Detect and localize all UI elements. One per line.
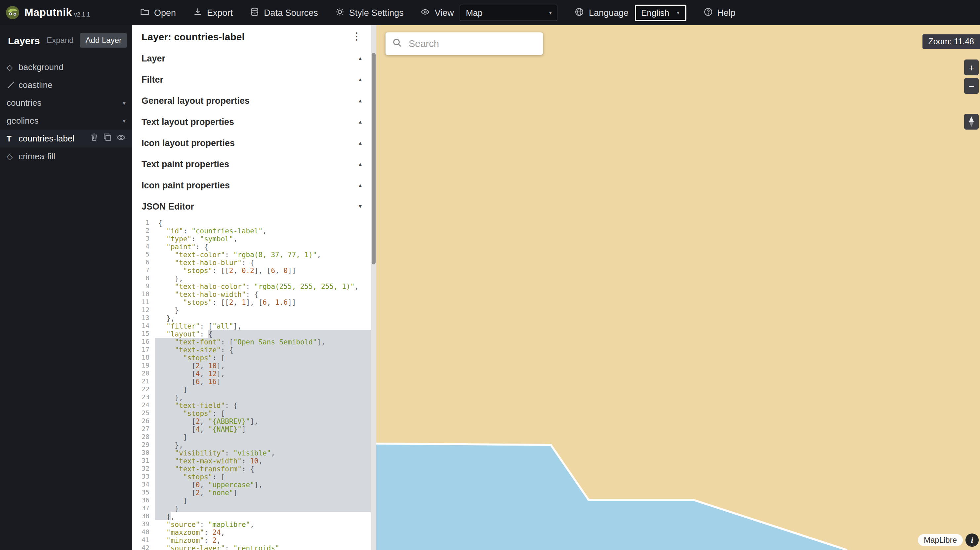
code-line[interactable]: 8 }, (132, 274, 371, 282)
code-line[interactable]: 26 [2, "{ABBREV}"], (132, 417, 371, 425)
add-layer-button[interactable]: Add Layer (80, 33, 127, 48)
layer-label: geolines (6, 116, 39, 126)
help-button[interactable]: Help (703, 7, 736, 18)
line-number: 38 (132, 512, 155, 520)
map-attribution[interactable]: MapLibre (918, 534, 963, 546)
code-line[interactable]: 34 [0, "uppercase"], (132, 481, 371, 488)
code-line[interactable]: 16 "text-font": ["Open Sans Semibold"], (132, 338, 371, 346)
code-line[interactable]: 22 ] (132, 385, 371, 393)
code-line[interactable]: 2 "id": "countries-label", (132, 227, 371, 235)
layer-item-crimea-fill[interactable]: ◇crimea-fill (0, 148, 132, 165)
code-line[interactable]: 5 "text-color": "rgba(8, 37, 77, 1)", (132, 251, 371, 259)
duplicate-layer-icon[interactable] (103, 133, 112, 144)
language-button[interactable]: Language (575, 7, 628, 18)
code-line[interactable]: 36 ] (132, 496, 371, 504)
open-button[interactable]: Open (140, 7, 176, 18)
chevron-down-icon[interactable]: ▾ (123, 100, 126, 106)
view-select[interactable]: Map ▾ (460, 4, 558, 21)
gear-icon (335, 7, 345, 18)
zoom-in-button[interactable]: + (964, 59, 979, 75)
compass-button[interactable] (964, 114, 979, 130)
code-line[interactable]: 24 "text-field": { (132, 401, 371, 409)
code-line[interactable]: 41 "minzoom": 2, (132, 536, 371, 544)
code-line[interactable]: 42 "source-layer": "centroids" (132, 544, 371, 550)
code-line[interactable]: 37 } (132, 504, 371, 512)
code-line[interactable]: 21 [6, 16] (132, 377, 371, 385)
code-line[interactable]: 40 "maxzoom": 24, (132, 528, 371, 536)
code-line[interactable]: 38 }, (132, 512, 371, 520)
eye-icon (421, 7, 430, 18)
code-line[interactable]: 10 "text-halo-width": { (132, 290, 371, 298)
code-line[interactable]: 7 "stops": [[2, 0.2], [6, 0]] (132, 266, 371, 274)
layer-item-countries[interactable]: countries▾ (0, 94, 132, 112)
attribution-info-icon[interactable]: i (966, 534, 979, 547)
code-line[interactable]: 25 "stops": [ (132, 409, 371, 417)
data-sources-button[interactable]: Data Sources (250, 7, 318, 18)
code-line[interactable]: 27 [4, "{NAME}"] (132, 425, 371, 433)
search-input[interactable] (407, 38, 536, 49)
code-line[interactable]: 9 "text-halo-color": "rgba(255, 255, 255… (132, 282, 371, 290)
code-line[interactable]: 30 "visibility": "visible", (132, 449, 371, 457)
layer-item-background[interactable]: ◇background (0, 58, 132, 76)
line-number: 33 (132, 473, 155, 481)
code-line[interactable]: 3 "type": "symbol", (132, 235, 371, 243)
layer-item-countries-label[interactable]: Tcountries-label (0, 130, 132, 148)
section-icon-paint-properties[interactable]: Icon paint properties▴ (132, 175, 371, 196)
line-number: 24 (132, 401, 155, 409)
json-editor[interactable]: 1{2 "id": "countries-label",3 "type": "s… (132, 217, 371, 550)
code-line[interactable]: 32 "text-transform": { (132, 465, 371, 473)
delete-layer-icon[interactable] (90, 133, 99, 144)
line-number: 30 (132, 449, 155, 457)
layer-item-coastline[interactable]: coastline (0, 76, 132, 94)
code-line[interactable]: 35 [2, "none"] (132, 488, 371, 496)
zoom-out-button[interactable]: − (964, 78, 979, 94)
language-select[interactable]: English ▾ (635, 4, 686, 21)
code-line[interactable]: 33 "stops": [ (132, 473, 371, 481)
code-line[interactable]: 1{ (132, 219, 371, 227)
map-canvas[interactable] (376, 25, 980, 550)
section-general-layout-properties[interactable]: General layout properties▴ (132, 90, 371, 111)
line-number: 15 (132, 330, 155, 338)
section-text-paint-properties[interactable]: Text paint properties▴ (132, 153, 371, 175)
map-view[interactable]: Zoom: 11.48 + − MapLibre i (376, 25, 980, 550)
section-json-editor[interactable]: JSON Editor▾ (132, 196, 371, 217)
code-line[interactable]: 13 }, (132, 314, 371, 322)
language-group: Language English ▾ (575, 4, 686, 21)
code-line[interactable]: 4 "paint": { (132, 243, 371, 251)
layer-label: countries-label (19, 134, 75, 143)
style-settings-button[interactable]: Style Settings (335, 7, 404, 18)
export-button[interactable]: Export (193, 7, 233, 18)
code-line[interactable]: 6 "text-halo-blur": { (132, 259, 371, 266)
code-line[interactable]: 18 "stops": [ (132, 354, 371, 362)
expand-button[interactable]: Expand (47, 36, 73, 45)
panel-scrollbar[interactable] (371, 25, 376, 550)
code-line[interactable]: 11 "stops": [[2, 1], [6, 1.6]] (132, 298, 371, 306)
chevron-down-icon[interactable]: ▾ (123, 117, 126, 124)
code-line[interactable]: 12 } (132, 306, 371, 314)
section-filter[interactable]: Filter▴ (132, 69, 371, 90)
layer-options-icon[interactable]: ⋮ (352, 30, 362, 42)
section-icon-layout-properties[interactable]: Icon layout properties▴ (132, 132, 371, 153)
section-text-layout-properties[interactable]: Text layout properties▴ (132, 111, 371, 132)
view-button[interactable]: View (421, 7, 454, 18)
code-line[interactable]: 17 "text-size": { (132, 346, 371, 354)
code-line[interactable]: 39 "source": "maplibre", (132, 520, 371, 528)
chevron-down-icon: ▾ (670, 10, 679, 16)
scrollbar-thumb[interactable] (372, 53, 375, 264)
code-line[interactable]: 20 [4, 12], (132, 370, 371, 377)
code-line[interactable]: 28 ] (132, 433, 371, 441)
code-line[interactable]: 29 }, (132, 441, 371, 449)
toggle-visibility-icon[interactable] (116, 133, 126, 144)
maputnik-logo-icon (5, 5, 20, 20)
layer-item-geolines[interactable]: geolines▾ (0, 112, 132, 130)
line-number: 7 (132, 266, 155, 274)
line-number: 13 (132, 314, 155, 322)
line-number: 14 (132, 322, 155, 330)
code-line[interactable]: 15 "layout": { (132, 330, 371, 338)
download-icon (193, 7, 202, 18)
section-layer[interactable]: Layer▴ (132, 48, 371, 69)
code-line[interactable]: 23 }, (132, 393, 371, 401)
code-line[interactable]: 31 "text-max-width": 10, (132, 457, 371, 465)
code-line[interactable]: 14 "filter": ["all"], (132, 322, 371, 330)
code-line[interactable]: 19 [2, 10], (132, 362, 371, 370)
